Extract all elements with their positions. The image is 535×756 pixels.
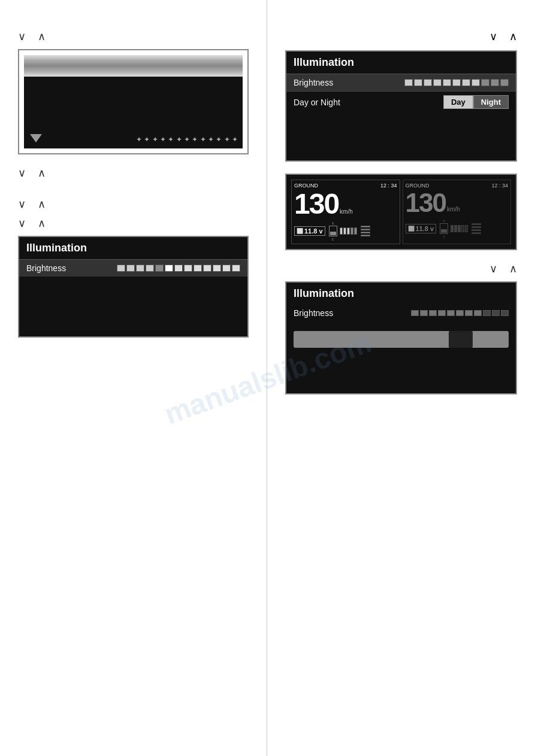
sdot-10: [492, 310, 500, 316]
rseg-3: [424, 79, 432, 86]
right-nav-arrows-2: ∨ ∧: [285, 262, 517, 275]
down-arrow-4[interactable]: ∨: [18, 217, 26, 230]
seg-5: [155, 265, 164, 272]
sdot-8: [474, 310, 482, 316]
illum-title-right-1: Illumination: [286, 51, 516, 74]
up-arrow-right-2[interactable]: ∧: [509, 262, 517, 275]
seg-12: [222, 265, 231, 272]
gauge-2-bottom: ⬜ 11.8 v ± c: [406, 218, 509, 239]
slider-bottom-area: [286, 357, 516, 393]
gauge-1-battery: 11.8 v: [304, 227, 323, 235]
brightness-bar-right-1: [404, 79, 509, 86]
illum-title-left: Illumination: [19, 237, 247, 260]
down-arrow-right-1[interactable]: ∨: [489, 30, 497, 43]
menu-screen-left: ✦ ✦ ✦ ✦ ✦ ✦ ✦ ✦ ✦ ✦ ✦ ✦ ✦: [18, 49, 249, 154]
brightness-label-right-3: Brightness: [294, 308, 411, 318]
seg-13: [232, 265, 240, 272]
left-nav-arrows-2: ∨ ∧: [18, 166, 249, 180]
illum-brightness-row-right-1: Brightness: [286, 74, 516, 91]
illum-body-left: [19, 277, 247, 336]
slider-dots: [411, 310, 509, 316]
illum-screen-right-1: Illumination Brightness: [285, 50, 517, 162]
menu-display: ✦ ✦ ✦ ✦ ✦ ✦ ✦ ✦ ✦ ✦ ✦ ✦ ✦: [24, 55, 243, 148]
down-arrow-3[interactable]: ∨: [18, 198, 26, 211]
illum-display-right-1: Illumination Brightness: [286, 51, 516, 160]
down-arrow-2[interactable]: ∨: [18, 166, 26, 180]
menu-bottom-dots: ✦ ✦ ✦ ✦ ✦ ✦ ✦ ✦ ✦ ✦ ✦ ✦ ✦: [29, 135, 238, 144]
seg-6: [165, 265, 173, 272]
slider-body: [286, 321, 516, 357]
illum-section-right-1: Illumination Brightness: [285, 50, 517, 162]
left-nav-arrows-4: ∨ ∧: [18, 217, 249, 230]
menu-black-area: ✦ ✦ ✦ ✦ ✦ ✦ ✦ ✦ ✦ ✦ ✦ ✦ ✦: [24, 77, 243, 148]
rseg-1: [404, 79, 413, 86]
down-arrow-right-2[interactable]: ∨: [489, 262, 497, 275]
rseg-4: [433, 79, 442, 86]
dots-text: ✦ ✦ ✦ ✦ ✦ ✦ ✦ ✦ ✦ ✦ ✦ ✦ ✦: [136, 135, 238, 144]
seg-10: [203, 265, 211, 272]
sdot-9: [483, 310, 491, 316]
rseg-5: [443, 79, 451, 86]
rseg-6: [452, 79, 461, 86]
day-night-row: Day or Night Day Night: [286, 91, 516, 113]
brightness-slider-row: Brightness: [286, 305, 516, 321]
seg-1: [117, 265, 125, 272]
illum-screen-left: Illumination Brightness: [18, 236, 249, 338]
brightness-label-right-1: Brightness: [294, 78, 404, 87]
seg-3: [136, 265, 144, 272]
left-nav-arrows-1: ∨ ∧: [18, 30, 249, 43]
seg-4: [146, 265, 154, 272]
day-button[interactable]: Day: [443, 95, 473, 109]
right-nav-arrows-top: ∨ ∧: [285, 30, 517, 43]
sdot-4: [438, 310, 446, 316]
gauge-screen-box: GROUND 12 : 34 130 km/h ⬜ 11.8 v: [285, 174, 517, 250]
up-arrow-4[interactable]: ∧: [38, 217, 46, 230]
sdot-1: [411, 310, 419, 316]
day-night-label: Day or Night: [294, 98, 443, 107]
brightness-label-left: Brightness: [26, 263, 117, 273]
gauge-1-time: 12 : 34: [380, 183, 397, 189]
gauge-section: GROUND 12 : 34 130 km/h ⬜ 11.8 v: [285, 174, 517, 250]
gauge-1-speed: 130: [294, 190, 338, 218]
gauge-container: GROUND 12 : 34 130 km/h ⬜ 11.8 v: [286, 175, 516, 249]
night-button[interactable]: Night: [473, 95, 509, 109]
gauge-2-battery: 11.8 v: [416, 225, 434, 232]
gauge-2-unit: km/h: [447, 206, 460, 212]
rseg-10: [491, 79, 499, 86]
rseg-2: [414, 79, 422, 86]
up-arrow-3[interactable]: ∧: [38, 198, 46, 211]
left-nav-arrows-3: ∨ ∧: [18, 198, 249, 211]
illum-display-left: Illumination Brightness: [19, 237, 247, 336]
gauge-2-speed: 130: [406, 190, 446, 216]
day-night-buttons[interactable]: Day Night: [443, 95, 509, 109]
illum-title-right-3: Illumination: [286, 283, 516, 305]
menu-selected-row: [24, 55, 243, 77]
down-arrow-1[interactable]: ∨: [18, 30, 26, 43]
seg-2: [126, 265, 135, 272]
gauge-2-time: 12 : 34: [491, 183, 508, 189]
illum-body-right-1: [286, 113, 516, 160]
rseg-9: [481, 79, 489, 86]
gauge-2: GROUND 12 : 34 130 km/h ⬜ 11.8 v: [403, 180, 512, 244]
rseg-7: [462, 79, 470, 86]
illum-brightness-row-left: Brightness: [19, 260, 247, 277]
gauge-1: GROUND 12 : 34 130 km/h ⬜ 11.8 v: [291, 180, 400, 244]
seg-8: [184, 265, 192, 272]
brightness-bar-left: [117, 265, 240, 272]
gauge-1-bars: [340, 227, 357, 235]
sdot-5: [447, 310, 455, 316]
slider-thumb[interactable]: [449, 331, 473, 348]
rseg-8: [471, 79, 480, 86]
slider-track[interactable]: [294, 331, 509, 348]
illum-screen-right-3: Illumination Brightness: [285, 281, 517, 394]
scroll-indicator-icon: [30, 134, 42, 142]
up-arrow-right-1[interactable]: ∧: [509, 30, 517, 43]
up-arrow-2[interactable]: ∧: [38, 166, 46, 180]
seg-11: [213, 265, 221, 272]
illum-section-right-3: ∨ ∧ Illumination Brightness: [285, 262, 517, 394]
sdot-2: [420, 310, 428, 316]
rseg-11: [500, 79, 509, 86]
up-arrow-1[interactable]: ∧: [38, 30, 46, 43]
gauge-1-bottom: ⬜ 11.8 v ± c: [294, 221, 397, 241]
sdot-11: [501, 310, 509, 316]
